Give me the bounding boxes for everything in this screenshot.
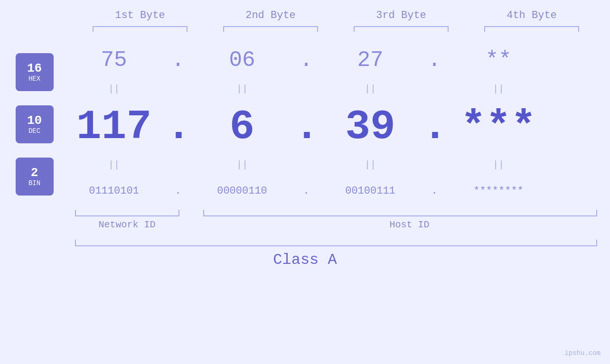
bin-sep-2: . xyxy=(294,185,318,197)
eq1-4: || xyxy=(446,84,551,94)
watermark: ipshu.com xyxy=(564,349,601,357)
bin-val-3: 00100111 xyxy=(318,185,422,197)
bottom-section: Network ID Host ID xyxy=(75,210,597,230)
bin-val-2: 00000110 xyxy=(190,185,294,197)
label-gap xyxy=(179,219,203,230)
equals-row-2: || || || || xyxy=(62,155,610,174)
equals-row-1: || || || || xyxy=(62,79,610,98)
bracket-byte2 xyxy=(223,26,318,32)
dec-sep-1: . xyxy=(166,103,190,150)
bin-sep-3: . xyxy=(422,185,446,197)
byte2-header: 2nd Byte xyxy=(218,9,323,21)
dec-val-2: 6 xyxy=(190,103,294,150)
eq1-3: || xyxy=(318,84,422,94)
host-id-label: Host ID xyxy=(222,219,597,230)
bin-val-1: 01110101 xyxy=(62,185,166,197)
hex-label: HEX xyxy=(28,75,40,83)
main-container: 1st Byte 2nd Byte 3rd Byte 4th Byte 16 H… xyxy=(0,0,610,364)
bracket-gap xyxy=(179,210,203,216)
eq1-1: || xyxy=(62,84,166,94)
hex-sep-2: . xyxy=(294,48,318,73)
bracket-byte3 xyxy=(354,26,449,32)
bin-sep-1: . xyxy=(166,185,190,197)
dec-sep-3: . xyxy=(422,103,446,150)
bin-badge: 2 BIN xyxy=(16,158,54,196)
dec-sep-2: . xyxy=(294,103,318,150)
class-label: Class A xyxy=(0,251,610,269)
labels-column: 16 HEX 10 DEC 2 BIN xyxy=(0,41,62,207)
bin-num: 2 xyxy=(31,166,38,180)
hex-badge: 16 HEX xyxy=(16,53,54,91)
bracket-byte4 xyxy=(484,26,579,32)
eq2-1: || xyxy=(62,159,166,170)
hex-val-1: 75 xyxy=(62,48,166,73)
bin-row: 01110101 . 00000110 . 00100111 . *******… xyxy=(62,174,610,207)
dec-val-3: 39 xyxy=(318,103,422,150)
rows-container: 16 HEX 10 DEC 2 BIN 75 . 06 . 27 . ** xyxy=(0,41,610,207)
byte4-header: 4th Byte xyxy=(479,9,584,21)
eq2-2: || xyxy=(190,159,294,170)
host-bracket xyxy=(203,210,597,216)
hex-sep-3: . xyxy=(422,48,446,73)
dec-label: DEC xyxy=(28,127,40,135)
dec-row: 117 . 6 . 39 . *** xyxy=(62,98,610,155)
dec-val-4: *** xyxy=(446,103,551,150)
bottom-brackets xyxy=(75,210,597,216)
dec-val-1: 117 xyxy=(62,103,166,150)
full-bottom-bracket xyxy=(75,240,597,246)
hex-val-2: 06 xyxy=(190,48,294,73)
hex-num: 16 xyxy=(27,62,42,75)
eq1-2: || xyxy=(190,84,294,94)
top-brackets xyxy=(75,26,597,32)
byte3-header: 3rd Byte xyxy=(349,9,453,21)
bin-label: BIN xyxy=(28,179,40,187)
byte-headers: 1st Byte 2nd Byte 3rd Byte 4th Byte xyxy=(75,9,597,21)
network-bracket xyxy=(75,210,179,216)
dec-badge: 10 DEC xyxy=(16,105,54,143)
eq2-3: || xyxy=(318,159,422,170)
hex-sep-1: . xyxy=(166,48,190,73)
eq2-4: || xyxy=(446,159,551,170)
hex-val-3: 27 xyxy=(318,48,422,73)
bracket-byte1 xyxy=(93,26,188,32)
bin-val-4: ******** xyxy=(446,185,551,197)
hex-row: 75 . 06 . 27 . ** xyxy=(62,41,610,79)
bottom-labels: Network ID Host ID xyxy=(75,219,597,230)
dec-num: 10 xyxy=(27,114,42,128)
values-column: 75 . 06 . 27 . ** || || || || 117 xyxy=(62,41,610,207)
hex-val-4: ** xyxy=(446,48,551,73)
network-id-label: Network ID xyxy=(75,219,179,230)
byte1-header: 1st Byte xyxy=(88,9,192,21)
